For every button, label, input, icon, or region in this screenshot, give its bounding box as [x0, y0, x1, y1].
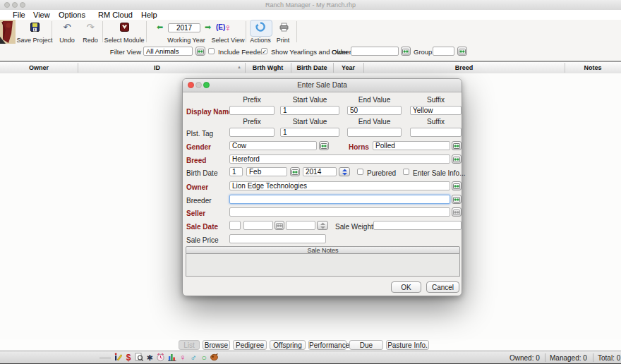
next-year-icon[interactable]: ➡ — [205, 23, 211, 32]
print-icon[interactable] — [279, 22, 289, 35]
splitter-handle[interactable] — [100, 358, 111, 358]
birth-month-lookup-icon[interactable] — [290, 167, 300, 176]
group-filter-input[interactable] — [433, 47, 454, 56]
actions-button[interactable]: Actions — [247, 37, 274, 44]
column-header-year[interactable]: Year — [333, 64, 363, 71]
previous-year-icon[interactable]: ⬅ — [157, 23, 163, 32]
sale-day-input[interactable] — [229, 221, 241, 230]
male-icon[interactable]: ♂ — [188, 353, 198, 363]
include-feeders-label[interactable]: Include Feeders — [218, 48, 266, 56]
undo-button[interactable]: Undo — [56, 37, 78, 44]
save-project-button[interactable]: Save Project — [14, 37, 55, 44]
menu-bar: File View Options RM Cloud Help — [0, 10, 621, 20]
sale-weight-input[interactable] — [373, 221, 462, 230]
gender-lookup-icon[interactable] — [319, 141, 329, 150]
sale-year-input[interactable] — [286, 221, 315, 230]
show-yearlings-checkbox[interactable]: ✓ — [261, 48, 267, 54]
column-header-id[interactable]: ID — [78, 64, 236, 71]
select-module-icon[interactable] — [119, 22, 129, 35]
column-header-brth-wght[interactable]: Brth Wght — [245, 64, 291, 71]
column-header-notes[interactable]: Notes — [565, 64, 621, 71]
plst-tag-start-input[interactable] — [280, 128, 339, 137]
column-header-owner[interactable]: Owner — [0, 64, 78, 71]
tab-pasture-info[interactable]: Pasture Info. — [386, 340, 429, 350]
cancel-button[interactable]: Cancel — [426, 281, 459, 293]
female-icon[interactable]: ♀ — [178, 353, 188, 363]
print-button[interactable]: Print — [273, 37, 293, 44]
actions-icon[interactable] — [255, 22, 265, 35]
tab-list[interactable]: List — [179, 340, 200, 350]
alarm-clock-icon[interactable] — [155, 353, 165, 363]
select-view-icon[interactable]: ♀ — [223, 22, 233, 33]
working-year-input[interactable] — [168, 23, 200, 32]
display-name-start-input[interactable] — [280, 106, 339, 115]
tab-offspring[interactable]: Offspring — [270, 340, 306, 350]
birth-year-stepper-icon[interactable] — [339, 167, 350, 176]
include-feeders-checkbox[interactable] — [208, 48, 215, 54]
menu-options[interactable]: Options — [59, 11, 85, 19]
menu-rm-cloud[interactable]: RM Cloud — [98, 11, 133, 19]
owner-filter-input[interactable] — [351, 47, 399, 56]
owner-input[interactable] — [229, 181, 450, 190]
redo-icon[interactable]: ↷ — [85, 22, 95, 32]
purebred-label[interactable]: Purebred — [367, 169, 396, 177]
record-info-icon[interactable] — [113, 353, 123, 363]
plst-tag-label: Plst. Tag — [186, 130, 213, 138]
save-project-icon[interactable] — [30, 22, 40, 35]
birth-date-label: Birth Date — [186, 169, 217, 177]
menu-help[interactable]: Help — [141, 11, 157, 19]
sale-notes-textarea[interactable] — [186, 254, 460, 277]
owner-filter-lookup-icon[interactable] — [401, 47, 411, 56]
menu-view[interactable]: View — [33, 11, 50, 19]
horns-input[interactable] — [373, 141, 450, 150]
group-filter-lookup-icon[interactable] — [457, 47, 467, 56]
total-count: Total: 0 — [598, 354, 620, 362]
plst-tag-suffix-input[interactable] — [410, 128, 462, 137]
undo-icon[interactable]: ↶ — [62, 22, 72, 32]
breeder-lookup-icon[interactable] — [452, 195, 462, 204]
owner-lookup-icon[interactable] — [452, 181, 462, 190]
enter-sale-info-label[interactable]: Enter Sale Info... — [413, 169, 466, 177]
tab-pedigree[interactable]: Pedigree — [233, 340, 267, 350]
purebred-checkbox[interactable] — [357, 169, 363, 175]
select-view-button[interactable]: Select View — [208, 37, 248, 44]
sale-month-input[interactable] — [243, 221, 273, 230]
open-circle-icon[interactable]: ○ — [199, 353, 209, 363]
display-name-suffix-input[interactable] — [410, 106, 462, 115]
breed-lookup-icon[interactable] — [452, 154, 462, 164]
seller-label: Seller — [186, 210, 205, 217]
gender-input[interactable] — [229, 141, 317, 150]
display-name-end-input[interactable] — [347, 106, 402, 115]
bar-chart-icon[interactable] — [167, 353, 176, 363]
column-header-breed[interactable]: Breed — [363, 64, 565, 71]
preview-document-icon[interactable] — [134, 353, 144, 363]
filter-view-lookup-icon[interactable] — [195, 47, 205, 56]
horns-lookup-icon[interactable] — [452, 141, 462, 150]
column-header-birth-date[interactable]: Birth Date — [291, 64, 333, 71]
tab-due-dates[interactable]: Due Dates — [349, 340, 383, 350]
birth-year-input[interactable] — [303, 167, 337, 176]
display-name-prefix-input[interactable] — [229, 106, 275, 115]
breed-input[interactable] — [229, 154, 450, 164]
plst-tag-end-input[interactable] — [347, 128, 402, 137]
cattle-icon[interactable] — [209, 353, 219, 363]
tab-performance[interactable]: Performance — [308, 340, 346, 350]
enter-sale-data-dialog: Enter Sale Data Prefix Start Value End V… — [182, 78, 462, 296]
birth-month-input[interactable] — [246, 167, 287, 176]
tab-browse[interactable]: Browse — [203, 340, 230, 350]
birth-day-input[interactable] — [229, 167, 243, 176]
filter-view-input[interactable] — [143, 47, 193, 56]
menu-file[interactable]: File — [13, 11, 25, 19]
sort-ascending-icon[interactable]: ▲ — [237, 65, 241, 69]
dollar-icon[interactable]: $ — [123, 353, 133, 363]
plst-tag-prefix-input[interactable] — [229, 128, 275, 137]
sale-price-input[interactable] — [229, 234, 326, 243]
enter-sale-info-checkbox[interactable] — [403, 169, 409, 175]
treatment-flower-icon[interactable]: ✱ — [145, 353, 155, 363]
breeder-input[interactable] — [229, 195, 450, 204]
column-separator — [78, 63, 78, 73]
redo-button[interactable]: Redo — [80, 37, 101, 44]
seller-input[interactable] — [229, 207, 450, 217]
select-module-button[interactable]: Select Module — [101, 37, 147, 44]
ok-button[interactable]: OK — [391, 281, 421, 293]
